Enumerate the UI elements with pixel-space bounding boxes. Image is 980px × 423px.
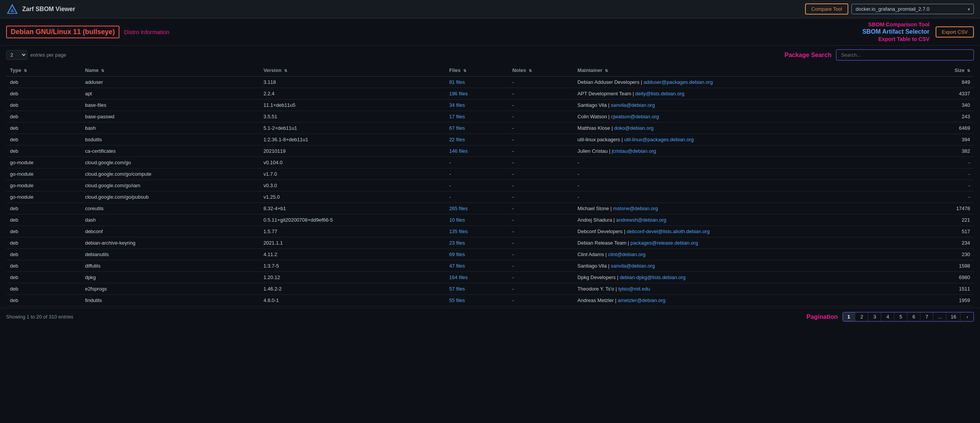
files-link[interactable]: 17 files bbox=[449, 114, 465, 119]
subheader-actions: SBOM Comparison Tool SBOM Artifact Selec… bbox=[862, 21, 974, 42]
cell-size: 243 bbox=[918, 111, 974, 122]
cell-type: deb bbox=[6, 295, 81, 306]
cell-name: bsdutils bbox=[81, 134, 260, 145]
maintainer-email-link[interactable]: debian-dpkg@lists.debian.org bbox=[620, 274, 686, 280]
files-link[interactable]: 57 files bbox=[449, 286, 465, 292]
maintainer-email-link[interactable]: util-linux@packages.debian.org bbox=[624, 137, 694, 142]
cell-type: deb bbox=[6, 237, 81, 249]
pagination-page-1[interactable]: 1 bbox=[843, 312, 855, 321]
cell-notes: - bbox=[508, 100, 573, 111]
app-header: Zarf SBOM Viewer Compare Tool docker.io_… bbox=[0, 0, 980, 18]
controls-right: Package Search bbox=[784, 49, 974, 60]
files-link[interactable]: 135 files bbox=[449, 229, 467, 234]
files-link[interactable]: 67 files bbox=[449, 125, 465, 131]
sort-icon-type: ⇅ bbox=[24, 69, 27, 73]
cell-size: 394 bbox=[918, 134, 974, 145]
cell-maintainer: Debconf Developers | debconf-devel@lists… bbox=[574, 226, 918, 237]
maintainer-email-link[interactable]: jcristau@debian.org bbox=[612, 148, 656, 154]
table-row: debbase-passwd3.5.5117 files-Colin Watso… bbox=[6, 111, 974, 122]
files-link[interactable]: 196 files bbox=[449, 91, 467, 96]
maintainer-email-link[interactable]: sanvila@debian.org bbox=[611, 102, 655, 108]
files-link[interactable]: 164 files bbox=[449, 274, 467, 280]
files-link[interactable]: 22 files bbox=[449, 137, 465, 142]
pagination-page-5[interactable]: 5 bbox=[895, 312, 907, 321]
col-type[interactable]: Type ⇅ bbox=[6, 64, 81, 77]
cell-notes: - bbox=[508, 88, 573, 100]
cell-version: 4.8.0-1 bbox=[260, 295, 445, 306]
col-notes[interactable]: Notes ⇅ bbox=[508, 64, 573, 77]
files-link[interactable]: 10 files bbox=[449, 217, 465, 223]
pagination-next[interactable]: › bbox=[961, 312, 973, 321]
cell-size: 230 bbox=[918, 249, 974, 260]
compare-tool-button[interactable]: Compare Tool bbox=[805, 3, 848, 15]
pagination-page-2[interactable]: 2 bbox=[856, 312, 868, 321]
maintainer-email-link[interactable]: debconf-devel@lists.alioth.debian.org bbox=[627, 229, 710, 234]
pagination-page-6[interactable]: 6 bbox=[908, 312, 920, 321]
col-version[interactable]: Version ⇅ bbox=[260, 64, 445, 77]
table-row: debdebianutils4.11.269 files-Clint Adams… bbox=[6, 249, 974, 260]
sbom-comparison-label[interactable]: SBOM Comparison Tool bbox=[868, 21, 929, 28]
cell-name: adduser bbox=[81, 77, 260, 88]
files-link[interactable]: 146 files bbox=[449, 148, 467, 154]
files-link[interactable]: 69 files bbox=[449, 252, 465, 257]
files-link[interactable]: 23 files bbox=[449, 240, 465, 246]
table-row: debca-certificates20210119146 files-Juli… bbox=[6, 145, 974, 157]
packages-table-container: Type ⇅ Name ⇅ Version ⇅ Files ⇅ Notes ⇅ … bbox=[0, 64, 980, 306]
cell-notes: - bbox=[508, 203, 573, 214]
cell-files: 47 files bbox=[445, 260, 508, 272]
distro-info-link[interactable]: Distro Information bbox=[124, 29, 169, 35]
files-link[interactable]: 81 files bbox=[449, 79, 465, 85]
table-row: go-modulecloud.google.com/go/computev1.7… bbox=[6, 168, 974, 180]
files-link[interactable]: 47 files bbox=[449, 263, 465, 269]
table-row: debbsdutils1:2.36.1-8+deb11u122 files-ut… bbox=[6, 134, 974, 145]
entries-per-page-select[interactable]: 20 50 100 bbox=[6, 50, 27, 60]
cell-version: v1.7.0 bbox=[260, 168, 445, 180]
artifact-selector[interactable]: docker.io_grafana_promtail_2.7.0 bbox=[851, 4, 974, 14]
maintainer-email-link[interactable]: sanvila@debian.org bbox=[611, 263, 655, 269]
cell-version: 1.46.2-2 bbox=[260, 283, 445, 295]
maintainer-email-link[interactable]: deity@lists.debian.org bbox=[635, 91, 684, 96]
search-input[interactable] bbox=[836, 49, 974, 60]
artifact-selector-wrapper[interactable]: docker.io_grafana_promtail_2.7.0 bbox=[851, 4, 974, 14]
cell-files: - bbox=[445, 180, 508, 191]
files-link[interactable]: 265 files bbox=[449, 206, 467, 211]
cell-size: 4337 bbox=[918, 88, 974, 100]
cell-files: 10 files bbox=[445, 214, 508, 226]
cell-type: deb bbox=[6, 272, 81, 283]
col-files[interactable]: Files ⇅ bbox=[445, 64, 508, 77]
pagination-page-16[interactable]: 16 bbox=[947, 312, 960, 321]
files-link[interactable]: 34 files bbox=[449, 102, 465, 108]
maintainer-email-link[interactable]: adduser@packages.debian.org bbox=[644, 79, 713, 85]
cell-maintainer: Andrej Shadura | andrewsh@debian.org bbox=[574, 214, 918, 226]
pagination-page-7[interactable]: 7 bbox=[921, 312, 933, 321]
maintainer-email-link[interactable]: packages@release.debian.org bbox=[630, 240, 698, 246]
pagination-page-4[interactable]: 4 bbox=[882, 312, 894, 321]
cell-version: 8.32-4+b1 bbox=[260, 203, 445, 214]
cell-name: findutils bbox=[81, 295, 260, 306]
cell-type: go-module bbox=[6, 191, 81, 203]
maintainer-email-link[interactable]: ametzler@debian.org bbox=[618, 297, 665, 303]
maintainer-email-link[interactable]: mstone@debian.org bbox=[613, 206, 658, 211]
cell-name: ca-certificates bbox=[81, 145, 260, 157]
pagination-page-3[interactable]: 3 bbox=[869, 312, 881, 321]
export-csv-button[interactable]: Export CSV bbox=[936, 26, 974, 38]
cell-size: 17478 bbox=[918, 203, 974, 214]
cell-files: 81 files bbox=[445, 77, 508, 88]
cell-files: 17 files bbox=[445, 111, 508, 122]
maintainer-email-link[interactable]: andrewsh@debian.org bbox=[616, 217, 666, 223]
cell-name: diffutils bbox=[81, 260, 260, 272]
sort-icon-notes: ⇅ bbox=[529, 69, 532, 73]
col-size[interactable]: Size ⇅ bbox=[918, 64, 974, 77]
col-maintainer[interactable]: Maintainer ⇅ bbox=[574, 64, 918, 77]
col-name[interactable]: Name ⇅ bbox=[81, 64, 260, 77]
export-table-label[interactable]: Export Table to CSV bbox=[879, 36, 930, 42]
cell-notes: - bbox=[508, 157, 573, 168]
cell-version: v1.25.0 bbox=[260, 191, 445, 203]
files-link[interactable]: 55 files bbox=[449, 297, 465, 303]
cell-notes: - bbox=[508, 134, 573, 145]
maintainer-email-link[interactable]: clint@debian.org bbox=[608, 252, 646, 257]
pagination-page-...[interactable]: ... bbox=[934, 312, 946, 321]
maintainer-email-link[interactable]: doko@debian.org bbox=[614, 125, 653, 131]
maintainer-email-link[interactable]: tytso@mit.edu bbox=[618, 286, 650, 292]
maintainer-email-link[interactable]: cjwatson@debian.org bbox=[611, 114, 659, 119]
